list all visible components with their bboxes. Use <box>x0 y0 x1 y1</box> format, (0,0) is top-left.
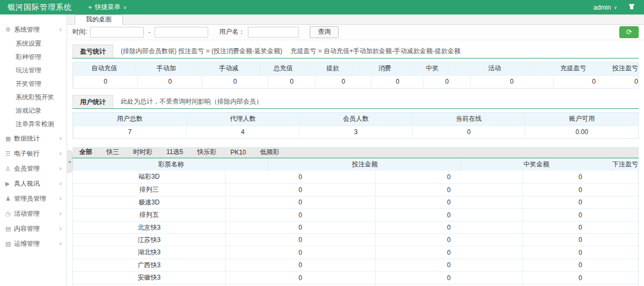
win-amount-cell: 0 <box>375 246 522 259</box>
column-header: 活动 <box>454 62 534 75</box>
tab-strip: 我的桌面 <box>67 14 644 25</box>
quick-menu-button[interactable]: + 快捷菜单 ∨ <box>82 0 133 14</box>
app-title: 银河国际管理系统 <box>0 3 82 12</box>
win-amount-cell: 0 <box>375 196 522 209</box>
column-header: 手动减 <box>197 62 260 75</box>
bet-amount-cell: 0 <box>225 246 375 259</box>
win-amount-cell: 0 <box>375 259 522 272</box>
lottery-tab-lowfreq[interactable]: 低频彩 <box>253 147 287 158</box>
profit-section-note: (排除内部会员数据) 投注盈亏 = (投注消费金额-返奖金额) 充提盈亏 = 自… <box>113 47 460 58</box>
chevron-down-icon: ∨ <box>58 226 62 231</box>
range-separator: - <box>147 28 151 36</box>
topbar: 银河国际管理系统 + 快捷菜单 ∨ admin ∨ <box>0 0 644 14</box>
lottery-tab-11x5[interactable]: 11选5 <box>159 147 190 158</box>
lottery-tab-klc[interactable]: 快乐彩 <box>190 147 223 158</box>
sidebar-item-lottery-type-management[interactable]: 彩种管理 <box>0 50 67 64</box>
bet-pl-cell: 0 <box>522 222 638 234</box>
profit-table-value-row: 0000000000 <box>73 75 638 88</box>
bet-pl-cell: 0 <box>522 246 638 259</box>
win-amount-cell: 0 <box>375 171 522 183</box>
table-row: 北京快3 0 0 0 <box>73 221 638 233</box>
shirt-icon <box>628 3 635 12</box>
value-cell: 0 <box>412 126 525 138</box>
user-section-title: 用户统计 <box>72 95 113 108</box>
column-header: 自动充值 <box>73 62 135 75</box>
lottery-tab-pk10[interactable]: PK10 <box>223 147 253 158</box>
value-cell: 0.00 <box>525 126 638 138</box>
column-header: 代理人数 <box>186 113 299 126</box>
username-label: admin <box>594 4 611 11</box>
sidebar-item-draw-management[interactable]: 开奖管理 <box>0 77 67 91</box>
refresh-button[interactable]: ⟳ <box>619 26 639 38</box>
value-cell: 0 <box>470 76 553 88</box>
time-label: 时间: <box>72 27 87 36</box>
lottery-tab-ssc[interactable]: 时时彩 <box>126 147 159 158</box>
time-to-input[interactable] <box>155 27 208 38</box>
value-cell: 0 <box>553 76 634 88</box>
bet-amount-cell: 0 <box>225 171 375 183</box>
sidebar-item-activity-management[interactable]: ◷ 活动管理 ∨ <box>0 206 67 221</box>
sidebar-item-data-statistics[interactable]: ▦ 数据统计 ∨ <box>0 131 67 146</box>
user-table-header-row: 用户总数代理人数会员人数当前在线账户可用 <box>73 113 638 126</box>
query-button[interactable]: 查询 <box>310 26 339 38</box>
value-cell: 4 <box>186 126 299 138</box>
bet-pl-cell: 0 <box>522 272 638 284</box>
lottery-tab-all[interactable]: 全部 <box>72 147 99 158</box>
plus-icon: + <box>88 3 92 11</box>
sidebar-item-bet-anomaly-detection[interactable]: 注单异常检测 <box>0 118 67 131</box>
column-header: 手动加 <box>135 62 196 75</box>
bet-pl-cell: 0 <box>522 209 638 221</box>
sidebar-item-member-management[interactable]: ♙ 会员管理 ∨ <box>0 161 67 176</box>
sidebar-item-system-management[interactable]: ⚙ 系统管理 ∨ <box>0 22 67 37</box>
sidebar-item-ops-management[interactable]: ▧ 运维管理 ∨ <box>0 236 67 251</box>
lottery-name-cell: 上海快3 <box>73 284 225 286</box>
lottery-name-cell: 福彩3D <box>73 171 225 183</box>
value-cell: 7 <box>73 126 186 138</box>
user-section-note: 此处为总计，不受查询时间影响（排除内部会员） <box>113 97 262 108</box>
value-cell: 0 <box>423 76 470 88</box>
bet-pl-cell: 0 <box>522 184 638 196</box>
bank-icon: ☰ <box>5 150 14 157</box>
column-header: 总充值 <box>260 62 306 75</box>
sidebar-item-play-management[interactable]: 玩法管理 <box>0 64 67 77</box>
theme-button[interactable] <box>625 0 644 14</box>
chevron-down-icon: ∨ <box>58 27 62 32</box>
table-row: 江苏快3 0 0 0 <box>73 233 638 246</box>
bet-amount-cell: 0 <box>225 209 375 221</box>
lottery-name-cell: 极速3D <box>73 196 225 209</box>
ops-icon: ▧ <box>5 240 14 247</box>
win-amount-cell: 0 <box>375 184 522 196</box>
user-menu-button[interactable]: admin ∨ <box>586 0 625 14</box>
column-header: 充提盈亏 <box>534 62 612 75</box>
value-cell: 0 <box>137 76 202 88</box>
bet-amount-cell: 0 <box>225 184 375 196</box>
chevron-down-icon: ∨ <box>58 151 62 156</box>
table-row: 福彩3D 0 0 0 <box>73 171 638 183</box>
tab-my-desktop[interactable]: 我的桌面 <box>75 14 123 25</box>
value-cell: 0 <box>268 76 316 88</box>
sidebar-item-content-management[interactable]: ▤ 内容管理 ∨ <box>0 221 67 236</box>
lottery-tab-kuai3[interactable]: 快三 <box>99 147 126 158</box>
column-header: 投注盈亏 <box>612 62 638 75</box>
bet-amount-cell: 0 <box>225 284 375 286</box>
time-from-input[interactable] <box>90 27 144 38</box>
sidebar-item-system-predraw[interactable]: 系统彩预开奖 <box>0 91 67 104</box>
sidebar-item-game-records[interactable]: 游戏记录 <box>0 104 67 118</box>
column-header: 彩票名称 <box>73 158 268 171</box>
bet-amount-cell: 0 <box>225 234 375 246</box>
table-row: 湖北快3 0 0 0 <box>73 246 638 258</box>
bet-pl-cell: 0 <box>522 284 638 286</box>
user-table-value-row: 74300.00 <box>73 126 638 138</box>
table-row: 排列三 0 0 0 <box>73 183 638 195</box>
username-input[interactable] <box>248 27 299 38</box>
chevron-down-icon: ∨ <box>58 211 62 216</box>
sidebar-item-e-banking[interactable]: ☰ 电子银行 ∨ <box>0 146 67 161</box>
chevron-down-icon: ∨ <box>58 166 62 171</box>
profit-table-header-row: 自动充值手动加手动减总充值提款消费中奖活动充提盈亏投注盈亏 <box>73 62 638 75</box>
user-section-header: 用户统计 此处为总计，不受查询时间影响（排除内部会员） <box>72 95 639 109</box>
sidebar-collapse-handle[interactable]: ◄ <box>67 150 72 173</box>
sidebar-item-system-settings[interactable]: 系统设置 <box>0 37 67 50</box>
column-header: 用户总数 <box>73 113 186 126</box>
sidebar-item-admin-management[interactable]: ♟ 管理员管理 ∨ <box>0 191 67 206</box>
sidebar-item-live-video[interactable]: ▶ 真人视讯 ∨ <box>0 176 67 191</box>
